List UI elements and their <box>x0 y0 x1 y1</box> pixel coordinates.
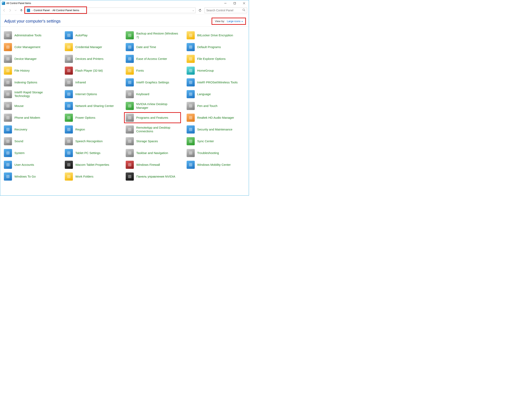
svg-rect-40 <box>128 128 131 131</box>
svg-rect-27 <box>67 93 71 96</box>
control-panel-item[interactable]: Color Management <box>3 42 63 52</box>
color-icon <box>4 43 12 51</box>
svg-rect-10 <box>6 46 10 49</box>
item-label: Keyboard <box>136 92 149 96</box>
view-by-label: View by: <box>215 20 225 23</box>
control-panel-item[interactable]: Sound <box>3 137 63 146</box>
remote-icon <box>126 125 134 134</box>
control-panel-item[interactable]: Pen and Touch <box>186 101 246 111</box>
control-panel-item[interactable]: Speech Recognition <box>64 137 124 146</box>
control-panel-item[interactable]: Wacom Tablet Properties <box>64 160 124 169</box>
control-panel-item[interactable]: Security and Maintenance <box>186 125 246 134</box>
homegroup-icon <box>187 67 195 75</box>
history-icon <box>4 67 12 75</box>
svg-rect-26 <box>6 93 10 96</box>
address-dropdown-icon[interactable]: ⌄ <box>191 9 194 12</box>
svg-rect-39 <box>67 128 71 131</box>
control-panel-item[interactable]: AutoPlay <box>64 31 124 40</box>
control-panel-item[interactable]: Realtek HD Audio Manager <box>186 113 246 122</box>
control-panel-item[interactable]: Credential Manager <box>64 42 124 52</box>
control-panel-item[interactable]: Infrared <box>64 78 124 87</box>
item-label: Sync Center <box>197 139 214 143</box>
nvidia-nview-icon <box>126 102 134 110</box>
programs-icon <box>126 114 134 122</box>
control-panel-item[interactable]: Region <box>64 125 124 134</box>
control-panel-item[interactable]: Indexing Options <box>3 78 63 87</box>
control-panel-item[interactable]: HomeGroup <box>186 66 246 75</box>
control-panel-item[interactable]: BitLocker Drive Encryption <box>186 31 246 40</box>
svg-rect-13 <box>189 46 192 49</box>
realtek-icon <box>187 114 195 122</box>
control-panel-item[interactable]: System <box>3 148 63 158</box>
forward-button[interactable] <box>8 8 12 13</box>
control-panel-item[interactable]: Devices and Printers <box>64 54 124 64</box>
breadcrumb-root[interactable]: Control Panel <box>34 9 50 12</box>
back-button[interactable] <box>2 8 7 13</box>
view-by-control[interactable]: View by: Large icons ▾ <box>213 19 245 23</box>
control-panel-item[interactable]: Mouse <box>3 101 63 111</box>
minimize-button[interactable] <box>221 0 230 6</box>
svg-rect-42 <box>6 139 10 143</box>
svg-rect-32 <box>128 104 131 107</box>
control-panel-item[interactable]: Keyboard <box>125 90 185 99</box>
power-icon <box>65 114 73 122</box>
close-button[interactable] <box>239 0 249 6</box>
control-panel-item[interactable]: Ease of Access Center <box>125 54 185 64</box>
control-panel-item[interactable]: Default Programs <box>186 42 246 52</box>
control-panel-item[interactable]: Administrative Tools <box>3 31 63 40</box>
speech-icon <box>65 137 73 145</box>
recent-dropdown[interactable] <box>13 8 18 13</box>
control-panel-item[interactable]: User Accounts <box>3 160 63 169</box>
control-panel-item[interactable]: Troubleshooting <box>186 148 246 158</box>
refresh-button[interactable] <box>197 8 203 13</box>
svg-rect-36 <box>128 116 131 119</box>
maximize-button[interactable] <box>230 0 239 6</box>
item-label: Панель управления NVIDIA <box>136 175 175 178</box>
search-input[interactable]: Search Control Panel <box>205 8 247 13</box>
control-panel-item[interactable]: Windows To Go <box>3 172 63 181</box>
control-panel-item[interactable]: Панель управления NVIDIA <box>125 172 185 181</box>
control-panel-item[interactable]: Sync Center <box>186 137 246 146</box>
address-bar[interactable]: › Control Panel › All Control Panel Item… <box>25 8 195 13</box>
svg-rect-43 <box>67 139 71 143</box>
control-panel-item[interactable]: RemoteApp and Desktop Connections <box>125 125 185 134</box>
work-folders-icon <box>65 173 73 181</box>
control-panel-item[interactable]: Intel® PROSet/Wireless Tools <box>186 78 246 87</box>
control-panel-item[interactable]: File Explorer Options <box>186 54 246 64</box>
control-panel-item[interactable]: Power Options <box>64 113 124 122</box>
tablet-icon <box>65 149 73 157</box>
svg-rect-8 <box>128 34 131 37</box>
control-panel-item[interactable]: Date and Time <box>125 42 185 52</box>
svg-rect-15 <box>67 57 71 60</box>
control-panel-item[interactable]: Tablet PC Settings <box>64 148 124 158</box>
item-label: Administrative Tools <box>14 34 41 37</box>
control-panel-item[interactable]: Windows Firewall <box>125 160 185 169</box>
control-panel-item[interactable]: Phone and Modem <box>3 113 63 122</box>
control-panel-item[interactable]: Recovery <box>3 125 63 134</box>
control-panel-item[interactable]: Flash Player (32-bit) <box>64 66 124 75</box>
up-button[interactable] <box>19 8 24 13</box>
item-label: Realtek HD Audio Manager <box>197 116 234 119</box>
control-panel-item[interactable]: Intel® Graphics Settings <box>125 78 185 87</box>
control-panel-item[interactable]: Device Manager <box>3 54 63 64</box>
control-panel-item[interactable]: Backup and Restore (Windows 7) <box>125 31 185 40</box>
control-panel-item[interactable]: Taskbar and Navigation <box>125 148 185 158</box>
app-icon <box>2 2 5 5</box>
breadcrumb-current[interactable]: All Control Panel Items <box>52 9 79 12</box>
refresh-icon <box>199 9 201 12</box>
control-panel-item[interactable]: NVIDIA nView Desktop Manager <box>125 101 185 111</box>
control-panel-item[interactable]: Internet Options <box>64 90 124 99</box>
control-panel-item[interactable]: Work Folders <box>64 172 124 181</box>
window-controls <box>221 0 249 6</box>
titlebar: All Control Panel Items <box>0 0 249 6</box>
close-icon <box>243 2 245 4</box>
svg-rect-37 <box>189 116 192 119</box>
control-panel-item[interactable]: Language <box>186 90 246 99</box>
control-panel-item[interactable]: Fonts <box>125 66 185 75</box>
control-panel-item[interactable]: Network and Sharing Center <box>64 101 124 111</box>
control-panel-item[interactable]: Windows Mobility Center <box>186 160 246 169</box>
control-panel-item[interactable]: Programs and Features <box>125 113 185 122</box>
control-panel-item[interactable]: File History <box>3 66 63 75</box>
control-panel-item[interactable]: Intel® Rapid Storage Technology <box>3 90 63 99</box>
control-panel-item[interactable]: Storage Spaces <box>125 137 185 146</box>
